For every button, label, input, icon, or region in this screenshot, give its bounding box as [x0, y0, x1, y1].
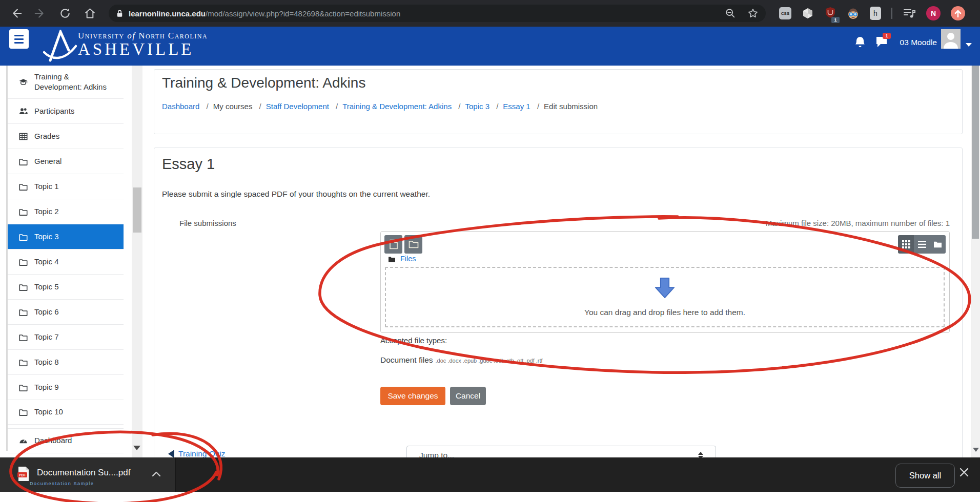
list-view-icon	[918, 240, 926, 248]
close-shelf-icon[interactable]	[959, 468, 969, 477]
breadcrumb-item-staff-development[interactable]: Staff Development /	[266, 102, 342, 111]
sidebar-item-label: Topic 8	[34, 357, 66, 367]
honey-extension-icon[interactable]: h	[870, 7, 881, 20]
sidebar-item-icon	[19, 333, 28, 342]
sidebar-item-topic-9[interactable]: Topic 9	[8, 374, 124, 400]
sidebar-item-label: Dashboard	[34, 435, 79, 446]
sidebar-item-grades[interactable]: Grades	[8, 123, 124, 149]
chevron-up-icon[interactable]	[152, 471, 161, 477]
view-toggle-group	[898, 235, 946, 254]
sidebar-item-label: Topic 2	[34, 206, 66, 217]
breadcrumb-item-label: Dashboard	[162, 102, 199, 111]
sidebar-item-icon	[19, 107, 28, 116]
sidebar-item-topic-7[interactable]: Topic 7	[8, 324, 124, 349]
browser-update-icon[interactable]	[951, 6, 965, 20]
sidebar-item-label: Topic 1	[34, 181, 66, 192]
nerd-face-extension-icon[interactable]	[847, 7, 860, 20]
download-chip[interactable]: PDF Documentation Su....pdf Documentatio…	[0, 457, 176, 492]
download-shelf: PDF Documentation Su....pdf Documentatio…	[0, 457, 980, 492]
sidebar-item-label: Training & Development: Adkins	[34, 72, 124, 93]
cube-extension-icon[interactable]	[802, 7, 814, 19]
sidebar-item-participants[interactable]: Participants	[8, 98, 124, 123]
sidebar-nav: Training & Development: Adkins Participa…	[8, 66, 124, 453]
notification-bell-icon[interactable]	[854, 36, 866, 49]
create-folder-button[interactable]	[404, 235, 422, 254]
reload-icon[interactable]	[56, 5, 74, 22]
breadcrumb-item-label: My courses	[213, 102, 253, 111]
show-all-downloads-button[interactable]: Show all	[895, 464, 955, 488]
messages-icon[interactable]: 1	[874, 35, 889, 51]
breadcrumb-separator: /	[458, 102, 460, 111]
assignment-description: Please submit a single spaced PDF of you…	[162, 190, 430, 199]
max-file-size-note: Maximum file size: 20MB, maximum number …	[766, 219, 950, 227]
hamburger-menu-button[interactable]	[9, 29, 29, 49]
playlist-icon[interactable]	[903, 7, 916, 20]
sidebar-item-icon	[19, 408, 28, 416]
sidebar-item-topic-1[interactable]: Topic 1	[8, 174, 124, 199]
cancel-button[interactable]: Cancel	[450, 387, 486, 405]
sidebar-item-icon	[19, 182, 28, 191]
sidebar-item-topic-10[interactable]: Topic 10	[8, 400, 124, 425]
sidebar-item-topic-8[interactable]: Topic 8	[8, 349, 124, 374]
add-file-button[interactable]	[384, 235, 402, 254]
lock-icon	[116, 9, 124, 18]
sidebar-item-label: Topic 6	[34, 307, 66, 317]
accepted-file-types-label: Accepted file types:	[380, 336, 447, 345]
breadcrumb-item-topic-3[interactable]: Topic 3 /	[465, 102, 503, 111]
extension-divider	[891, 8, 892, 19]
breadcrumb-item-edit-submission: Edit submission /	[544, 102, 598, 111]
sidebar-item-general[interactable]: General	[8, 149, 124, 174]
create-folder-icon	[409, 240, 419, 249]
breadcrumb-separator: /	[259, 102, 261, 111]
user-menu-caret-icon[interactable]	[966, 43, 972, 47]
ublock-extension-icon[interactable]: 1	[824, 6, 836, 20]
bookmark-star-icon[interactable]	[747, 8, 759, 19]
home-icon[interactable]	[81, 5, 98, 22]
page-scroll-down-icon[interactable]	[973, 448, 979, 452]
page-scrollbar-thumb[interactable]	[972, 38, 979, 239]
files-breadcrumb-link[interactable]: Files	[400, 255, 416, 263]
url-text: learnonline.unca.edu/mod/assign/view.php…	[129, 9, 725, 18]
breadcrumb-item-dashboard[interactable]: Dashboard /	[162, 102, 213, 111]
pdf-file-icon: PDF	[17, 466, 30, 482]
sidebar-item-icon	[19, 132, 28, 141]
sidebar-scrollbar-thumb[interactable]	[133, 187, 141, 233]
breadcrumb-item-essay-1[interactable]: Essay 1 /	[503, 102, 544, 111]
css-extension-icon[interactable]: CSS	[779, 7, 791, 19]
view-list-button[interactable]	[914, 235, 930, 254]
sidebar-item-topic-4[interactable]: Topic 4	[8, 249, 124, 274]
sidebar-item-topic-3[interactable]: Topic 3	[8, 224, 124, 249]
sidebar-item-dashboard[interactable]: Dashboard	[8, 428, 124, 453]
user-name[interactable]: 03 Moodle	[900, 38, 937, 47]
sidebar-item-label: Topic 3	[34, 232, 66, 242]
grid-view-icon	[902, 240, 910, 248]
breadcrumb-separator: /	[336, 102, 338, 111]
sidebar-scrollbar-track[interactable]	[132, 66, 142, 457]
breadcrumb-item-training-development-adkins[interactable]: Training & Development: Adkins /	[342, 102, 465, 111]
back-icon[interactable]	[7, 5, 25, 22]
zoom-icon[interactable]	[725, 8, 736, 19]
document-files-extensions: .doc .docx .epub .gdoc .odt .oth .ott .p…	[436, 358, 543, 364]
unca-logo	[43, 30, 77, 62]
sidebar-item-icon	[19, 157, 28, 166]
profile-avatar[interactable]: N	[926, 6, 941, 20]
previous-arrow-icon	[168, 450, 174, 458]
page-title: Training & Development: Adkins	[162, 75, 365, 91]
file-submissions-label: File submissions	[179, 219, 236, 227]
user-avatar[interactable]	[941, 29, 961, 49]
breadcrumb-separator: /	[207, 102, 209, 111]
sidebar-scroll-down-icon[interactable]	[133, 446, 140, 450]
sidebar-item-training-development-adkins[interactable]: Training & Development: Adkins	[8, 66, 124, 98]
sidebar-item-topic-6[interactable]: Topic 6	[8, 299, 124, 324]
breadcrumb-item-label: Training & Development: Adkins	[342, 102, 452, 111]
save-changes-button[interactable]: Save changes	[380, 387, 445, 405]
sidebar-item-icon	[19, 436, 28, 445]
assignment-title: Essay 1	[162, 156, 215, 173]
sidebar-item-topic-2[interactable]: Topic 2	[8, 199, 124, 224]
sidebar-item-label: Topic 7	[34, 332, 66, 342]
view-grid-button[interactable]	[898, 235, 914, 254]
sidebar-item-topic-5[interactable]: Topic 5	[8, 274, 124, 299]
view-tree-button[interactable]	[930, 235, 946, 254]
url-bar[interactable]: learnonline.unca.edu/mod/assign/view.php…	[109, 5, 766, 22]
svg-text:PDF: PDF	[19, 473, 26, 477]
